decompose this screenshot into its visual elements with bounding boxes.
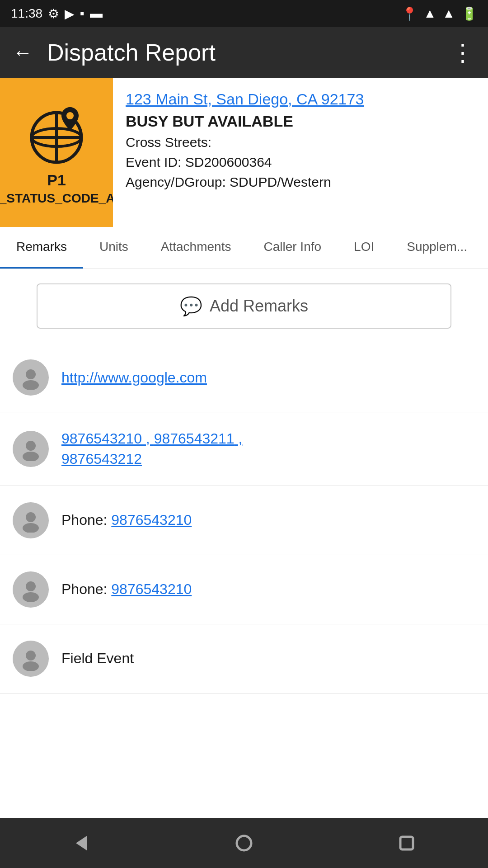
tab-remarks[interactable]: Remarks (0, 227, 83, 269)
add-remarks-button[interactable]: 💬 Add Remarks (37, 283, 451, 329)
nav-back-button[interactable] (63, 825, 99, 861)
comment-icon: 💬 (180, 296, 202, 317)
remark-phone-links[interactable]: 9876543210 , 9876543211 , 9876543212 (61, 429, 242, 469)
tab-units[interactable]: Units (83, 227, 145, 269)
svg-point-8 (23, 452, 39, 461)
tab-attachments[interactable]: Attachments (145, 227, 248, 269)
svg-point-11 (26, 581, 36, 591)
signal-icon: ▲ (442, 6, 455, 21)
event-icon (23, 99, 90, 167)
event-icon-panel: P1 EVENT_STATUS_CODE_ASSIG... (0, 78, 113, 227)
remark-item: 9876543210 , 9876543211 , 9876543212 (0, 412, 488, 486)
battery-icon: 🔋 (461, 6, 477, 21)
add-remarks-label: Add Remarks (210, 297, 308, 316)
remark-link[interactable]: http://www.google.com (61, 368, 207, 388)
remark-phone-4: Phone: 9876543210 (61, 579, 192, 599)
play-icon: ▶ (65, 6, 75, 21)
svg-point-6 (23, 380, 39, 390)
content-area: 💬 Add Remarks http://www.google.com 9876… (0, 283, 488, 693)
event-priority: P1 (47, 171, 66, 189)
svg-point-16 (237, 836, 251, 850)
settings-icon: ⚙ (48, 6, 59, 21)
status-bar: 11:38 ⚙ ▶ ▪ ▬ 📍 ▲ ▲ 🔋 (0, 0, 488, 27)
avatar (13, 359, 49, 396)
tab-supplement[interactable]: Supplem... (390, 227, 483, 269)
event-agency-group: Agency/DGroup: SDUPD/Western (126, 175, 475, 190)
avatar (13, 431, 49, 467)
tabs-container: Remarks Units Attachments Caller Info LO… (0, 227, 488, 269)
wifi-icon: ▲ (424, 6, 436, 21)
event-header: P1 EVENT_STATUS_CODE_ASSIG... 123 Main S… (0, 78, 488, 227)
app-bar: ← Dispatch Report ⋮ (0, 27, 488, 78)
phone-number-link-2[interactable]: 9876543210 (111, 581, 192, 597)
remark-item: http://www.google.com (0, 343, 488, 412)
svg-point-9 (26, 512, 36, 522)
event-status-text: BUSY BUT AVAILABLE (126, 113, 475, 130)
remark-item: Phone: 9876543210 (0, 555, 488, 624)
nav-bar (0, 818, 488, 868)
svg-point-4 (66, 112, 74, 119)
event-details: 123 Main St, San Diego, CA 92173 BUSY BU… (113, 78, 488, 227)
svg-point-13 (26, 651, 36, 660)
avatar (13, 641, 49, 677)
event-address[interactable]: 123 Main St, San Diego, CA 92173 (126, 90, 475, 108)
sim-icon: ▬ (90, 6, 103, 21)
tab-loi[interactable]: LOI (338, 227, 390, 269)
location-icon: 📍 (402, 6, 418, 21)
svg-point-14 (23, 661, 39, 671)
back-button[interactable]: ← (13, 41, 33, 64)
remark-item: Field Event (0, 624, 488, 693)
tab-caller-info[interactable]: Caller Info (247, 227, 338, 269)
svg-point-10 (23, 523, 39, 533)
square-icon: ▪ (80, 6, 84, 21)
phone-number-link[interactable]: 9876543210 (111, 512, 192, 528)
svg-point-7 (26, 441, 36, 451)
remark-phone-3: Phone: 9876543210 (61, 510, 192, 530)
remark-field-event: Field Event (61, 648, 134, 669)
remark-item: Phone: 9876543210 (0, 486, 488, 555)
svg-marker-15 (76, 836, 87, 850)
status-time: 11:38 (11, 6, 42, 21)
svg-rect-17 (400, 837, 413, 849)
event-id: Event ID: SD200600364 (126, 155, 475, 170)
event-cross-streets: Cross Streets: (126, 135, 475, 150)
svg-point-5 (26, 369, 36, 379)
more-options-button[interactable]: ⋮ (451, 39, 475, 66)
nav-home-button[interactable] (226, 825, 262, 861)
page-title: Dispatch Report (47, 39, 451, 66)
svg-point-12 (23, 592, 39, 602)
avatar (13, 502, 49, 538)
nav-recent-button[interactable] (389, 825, 425, 861)
avatar (13, 571, 49, 608)
